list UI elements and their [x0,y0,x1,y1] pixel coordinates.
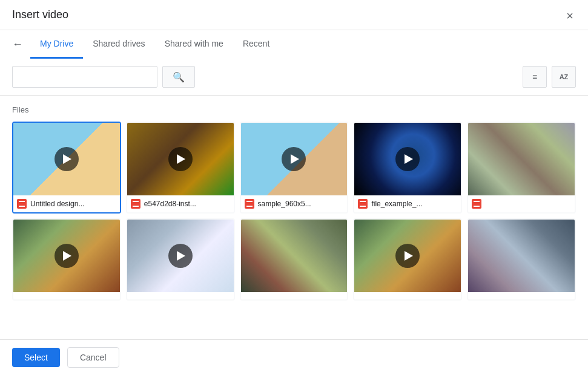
file-thumb-4 [354,123,461,195]
file-icon-2 [131,199,140,209]
search-input[interactable] [12,66,157,88]
file-thumb-2 [127,123,234,195]
file-icon-5 [472,199,481,209]
back-icon: ← [12,38,23,51]
list-view-button[interactable]: ≡ [523,66,547,88]
modal-title: Insert video [12,8,68,30]
file-card-4[interactable]: file_example_... [353,122,462,214]
file-thumb-7 [127,220,234,292]
search-button[interactable]: 🔍 [162,66,195,88]
sort-button[interactable]: AZ [552,66,576,88]
tab-shared-with-me[interactable]: Shared with me [155,30,233,59]
file-card-10[interactable] [467,218,576,301]
file-card-5[interactable] [467,122,576,214]
file-thumb-5 [468,123,575,195]
file-icon-3 [245,199,254,209]
tab-my-drive[interactable]: My Drive [30,30,83,59]
file-info-1: Untitled design... [13,195,120,212]
back-button[interactable]: ← [5,33,30,56]
file-thumb-8 [241,220,348,292]
modal-footer: Select Cancel [0,339,588,375]
content-area: Files Untitled design... e547d2 [0,96,588,339]
file-card-7[interactable] [126,218,235,301]
play-button-1 [55,147,79,171]
file-name-3: sample_960x5... [258,200,311,208]
play-button-7 [168,244,193,268]
file-name-2: e547d2d8-inst... [144,200,196,208]
file-card-9[interactable] [353,218,462,301]
file-info-4: file_example_... [354,195,461,212]
toolbar: 🔍 ≡ AZ [0,59,588,96]
file-card-8[interactable] [240,218,349,301]
sort-az-icon: AZ [560,73,569,80]
play-button-9 [395,244,420,268]
select-button[interactable]: Select [12,348,60,367]
file-info-3: sample_960x5... [241,195,348,212]
file-info-9 [354,292,461,299]
file-thumb-3 [241,123,348,195]
tab-recent[interactable]: Recent [233,30,279,59]
insert-video-modal: Insert video × ← My Drive Shared drives … [0,0,588,375]
file-thumb-1 [13,123,120,195]
file-info-2: e547d2d8-inst... [127,195,234,212]
close-button[interactable]: × [561,7,578,24]
file-card-6[interactable] [12,218,121,301]
list-icon: ≡ [532,72,537,82]
files-grid: Untitled design... e547d2d8-inst... [12,122,576,301]
play-button-6 [55,244,79,268]
file-name-4: file_example_... [371,200,422,208]
file-icon-4 [358,199,368,209]
play-button-2 [168,147,193,171]
file-info-5 [468,195,575,212]
file-name-1: Untitled design... [30,200,84,208]
file-thumb-10 [468,220,575,292]
file-info-8 [241,292,348,299]
file-thumb-9 [354,220,461,292]
cancel-button[interactable]: Cancel [67,347,119,368]
file-info-7 [127,292,234,299]
play-button-4 [395,147,420,171]
file-info-10 [468,292,575,299]
file-card-3[interactable]: sample_960x5... [240,122,349,214]
tab-shared-drives[interactable]: Shared drives [83,30,154,59]
file-info-6 [13,292,120,299]
file-thumb-6 [13,220,120,292]
nav-tabs: ← My Drive Shared drives Shared with me … [0,30,588,59]
section-files-label: Files [12,105,576,114]
file-card-2[interactable]: e547d2d8-inst... [126,122,235,214]
file-icon-1 [17,199,27,209]
modal-header: Insert video × [0,0,588,30]
play-button-3 [282,147,306,171]
search-icon: 🔍 [173,71,185,83]
file-card-1[interactable]: Untitled design... [12,122,121,214]
